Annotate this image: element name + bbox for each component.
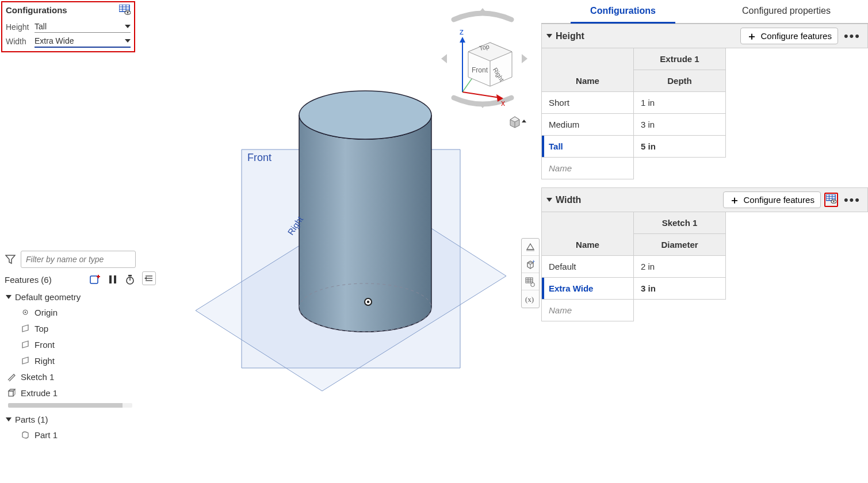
svg-marker-48 — [22, 357, 28, 364]
svg-marker-34 — [522, 120, 526, 122]
add-feature-icon[interactable] — [90, 274, 101, 285]
cfg-cell-value[interactable]: 3 in — [634, 278, 726, 300]
configuration-editor-panel: Configurations Configured properties Hei… — [541, 0, 868, 483]
tree-item-label: Extrude 1 — [21, 388, 58, 398]
button-label: Configure features — [743, 195, 814, 205]
svg-text:Front: Front — [472, 66, 488, 74]
svg-point-6 — [127, 12, 129, 14]
config-table-width-newrow: Name — [541, 300, 868, 321]
svg-rect-64 — [526, 278, 533, 283]
svg-marker-47 — [22, 341, 28, 348]
origin-icon — [20, 306, 31, 318]
config-table-width: Name Sketch 1 Diameter Default 2 in — [541, 212, 868, 278]
cfg-cell-name[interactable]: Tall — [542, 136, 634, 158]
plane-icon — [20, 323, 31, 334]
config-table-visibility-icon[interactable] — [824, 193, 838, 207]
chevron-down-icon — [125, 39, 131, 43]
chevron-down-icon — [6, 417, 12, 421]
tree-item-label: Origin — [35, 308, 58, 317]
plane-label-front: Front — [247, 152, 272, 163]
configure-features-button[interactable]: ＋ Configure features — [723, 191, 820, 208]
tree-item-right[interactable]: Right — [5, 352, 136, 369]
features-heading: Features (6) — [5, 275, 52, 285]
config-width-dropdown[interactable]: Extra Wide — [35, 35, 131, 48]
svg-rect-0 — [119, 5, 129, 12]
svg-marker-58 — [527, 244, 534, 250]
tree-item-label: Sketch 1 — [21, 372, 54, 382]
cfg-cell-value[interactable]: 2 in — [634, 256, 726, 278]
display-mode-button[interactable] — [508, 115, 529, 131]
insert-part-button[interactable]: + — [522, 256, 539, 273]
svg-text:z: z — [460, 27, 464, 36]
svg-rect-71 — [826, 194, 835, 201]
tab-configured-properties[interactable]: Configured properties — [705, 0, 868, 23]
section-header-height[interactable]: Height ＋ Configure features ••• — [541, 24, 868, 48]
tree-item-top[interactable]: Top — [5, 320, 136, 336]
tree-group-default-geometry[interactable]: Default geometry — [5, 290, 136, 304]
tree-item-label: Front — [35, 340, 55, 350]
col-header-feature: Sketch 1 — [634, 212, 726, 234]
tree-item-origin[interactable]: Origin — [5, 304, 136, 320]
collapse-panel-button[interactable] — [142, 271, 156, 285]
svg-marker-35 — [6, 255, 15, 263]
col-header-name: Name — [542, 212, 634, 256]
config-table-button[interactable] — [522, 273, 539, 290]
cfg-cell-value[interactable]: 3 in — [634, 114, 726, 136]
col-header-param: Diameter — [634, 234, 726, 256]
tree-item-extrude1[interactable]: Extrude 1 — [5, 385, 136, 401]
chevron-down-icon — [6, 295, 12, 299]
svg-point-9 — [299, 91, 431, 139]
config-width-label: Width — [6, 37, 32, 46]
view-cube[interactable]: z x y Top Front Right — [437, 6, 531, 115]
tab-configurations[interactable]: Configurations — [541, 0, 705, 23]
col-header-name: Name — [542, 48, 634, 92]
section-header-width[interactable]: Width ＋ Configure features ••• — [541, 187, 868, 212]
svg-marker-15 — [441, 54, 447, 63]
col-header-param: Depth — [634, 70, 726, 92]
sketch-icon — [6, 371, 17, 382]
tree-item-label: Top — [35, 324, 48, 334]
svg-line-20 — [462, 92, 500, 98]
tree-item-front[interactable]: Front — [5, 336, 136, 352]
configurations-title: Configurations — [6, 5, 67, 15]
plane-icon — [20, 355, 31, 366]
svg-point-12 — [367, 301, 369, 303]
variables-button[interactable]: (x) — [522, 290, 539, 308]
svg-marker-46 — [22, 325, 28, 332]
filter-input[interactable] — [21, 251, 136, 268]
configure-features-button[interactable]: ＋ Configure features — [740, 28, 838, 44]
cfg-cell-value[interactable]: 5 in — [634, 136, 726, 158]
cfg-cell-name[interactable]: Extra Wide — [542, 278, 634, 300]
tree-group-label: Parts (1) — [15, 415, 48, 424]
svg-marker-57 — [144, 277, 147, 280]
svg-text:(x): (x) — [525, 295, 534, 304]
config-height-label: Height — [6, 22, 32, 32]
cfg-cell-name[interactable]: Short — [542, 92, 634, 114]
cfg-new-row[interactable]: Name — [542, 158, 634, 179]
tree-group-parts[interactable]: Parts (1) — [5, 412, 136, 427]
col-header-feature: Extrude 1 — [634, 48, 726, 70]
section-title: Height — [556, 31, 584, 41]
config-table-visibility-icon[interactable] — [119, 5, 131, 15]
stopwatch-icon[interactable] — [124, 274, 136, 285]
extrude-icon — [6, 387, 17, 398]
appearance-tool-button[interactable] — [522, 239, 539, 256]
button-label: Configure features — [760, 31, 831, 41]
cfg-cell-name[interactable]: Default — [542, 256, 634, 278]
cfg-cell-name[interactable]: Medium — [542, 114, 634, 136]
pause-icon[interactable] — [107, 274, 118, 285]
config-table-height-newrow: Name — [541, 158, 868, 179]
filter-icon[interactable] — [5, 254, 16, 265]
config-width-value: Extra Wide — [35, 36, 125, 45]
svg-text:x: x — [501, 98, 505, 108]
chevron-down-icon — [125, 25, 131, 28]
tree-item-part1[interactable]: Part 1 — [5, 427, 136, 443]
part-icon — [20, 429, 31, 440]
tree-item-sketch1[interactable]: Sketch 1 — [5, 369, 136, 385]
config-height-value: Tall — [35, 22, 125, 31]
svg-rect-39 — [109, 275, 112, 283]
cfg-cell-value[interactable]: 1 in — [634, 92, 726, 114]
cfg-new-row[interactable]: Name — [542, 300, 634, 321]
configurations-panel: Configurations Height Tall Width Extra W… — [1, 1, 135, 52]
config-height-dropdown[interactable]: Tall — [35, 21, 131, 33]
